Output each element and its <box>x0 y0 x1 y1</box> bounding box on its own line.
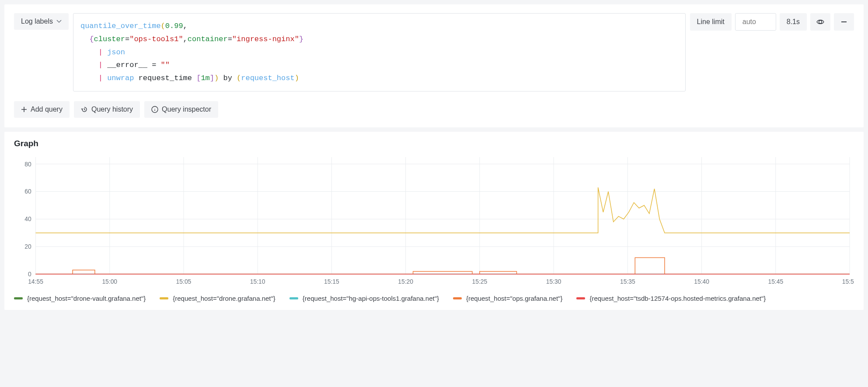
line-limit-label: Line limit <box>690 13 732 31</box>
query-history-button[interactable]: Query history <box>74 101 140 118</box>
chevron-down-icon <box>56 20 62 23</box>
svg-text:20: 20 <box>24 243 31 250</box>
graph-panel: Graph 02040608014:5515:0015:0515:1015:15… <box>4 132 864 310</box>
svg-text:15:50: 15:50 <box>842 278 854 285</box>
legend-swatch <box>289 297 298 299</box>
remove-query-button[interactable] <box>834 13 854 31</box>
legend-item[interactable]: {request_host="ops.grafana.net"} <box>453 295 562 302</box>
svg-text:80: 80 <box>24 160 31 167</box>
chart-svg: 02040608014:5515:0015:0515:1015:1515:201… <box>14 153 854 287</box>
log-labels-label: Log labels <box>21 18 53 25</box>
legend-item[interactable]: {request_host="tsdb-12574-ops.hosted-met… <box>576 295 766 302</box>
legend-label: {request_host="ops.grafana.net"} <box>466 295 562 302</box>
legend-label: {request_host="hg-api-ops-tools1.grafana… <box>303 295 439 302</box>
svg-text:15:05: 15:05 <box>176 278 192 285</box>
add-query-label: Add query <box>31 106 63 113</box>
svg-text:15:25: 15:25 <box>472 278 488 285</box>
query-history-label: Query history <box>91 106 133 113</box>
plus-icon <box>21 106 27 113</box>
right-controls: Line limit 8.1s <box>690 13 854 31</box>
chart-area[interactable]: 02040608014:5515:0015:0515:1015:1515:201… <box>14 153 854 288</box>
legend-swatch <box>14 297 23 299</box>
legend-swatch <box>453 297 462 299</box>
svg-text:15:35: 15:35 <box>620 278 635 285</box>
log-labels-button[interactable]: Log labels <box>14 13 69 30</box>
svg-text:40: 40 <box>24 215 31 222</box>
svg-text:15:30: 15:30 <box>546 278 561 285</box>
svg-text:15:15: 15:15 <box>324 278 339 285</box>
query-duration-badge: 8.1s <box>780 13 807 31</box>
query-inspector-button[interactable]: Query inspector <box>144 101 218 118</box>
svg-text:15:40: 15:40 <box>694 278 709 285</box>
live-preview-button[interactable] <box>810 13 830 31</box>
query-input[interactable]: quantile_over_time(0.99, {cluster="ops-t… <box>73 13 686 91</box>
svg-text:15:20: 15:20 <box>398 278 413 285</box>
info-icon <box>151 106 158 113</box>
legend-swatch <box>576 297 585 299</box>
svg-text:60: 60 <box>24 188 31 195</box>
legend-label: {request_host="drone-vault.grafana.net"} <box>27 295 146 302</box>
legend-item[interactable]: {request_host="drone.grafana.net"} <box>160 295 275 302</box>
chart-legend: {request_host="drone-vault.grafana.net"}… <box>14 295 854 302</box>
legend-item[interactable]: {request_host="hg-api-ops-tools1.grafana… <box>289 295 439 302</box>
svg-text:15:45: 15:45 <box>768 278 783 285</box>
legend-item[interactable]: {request_host="drone-vault.grafana.net"} <box>14 295 146 302</box>
query-panel: Log labels quantile_over_time(0.99, {clu… <box>4 4 864 127</box>
legend-label: {request_host="tsdb-12574-ops.hosted-met… <box>589 295 766 302</box>
history-icon <box>81 106 88 113</box>
line-limit-input[interactable] <box>735 13 776 31</box>
svg-text:15:10: 15:10 <box>250 278 265 285</box>
minus-icon <box>840 18 847 25</box>
legend-swatch <box>160 297 168 299</box>
query-inspector-label: Query inspector <box>162 106 211 113</box>
eye-icon <box>816 18 824 26</box>
svg-text:14:55: 14:55 <box>28 278 43 285</box>
svg-text:0: 0 <box>28 271 31 278</box>
graph-title: Graph <box>14 139 854 148</box>
legend-label: {request_host="drone.grafana.net"} <box>173 295 275 302</box>
svg-text:15:00: 15:00 <box>102 278 117 285</box>
add-query-button[interactable]: Add query <box>14 101 70 118</box>
